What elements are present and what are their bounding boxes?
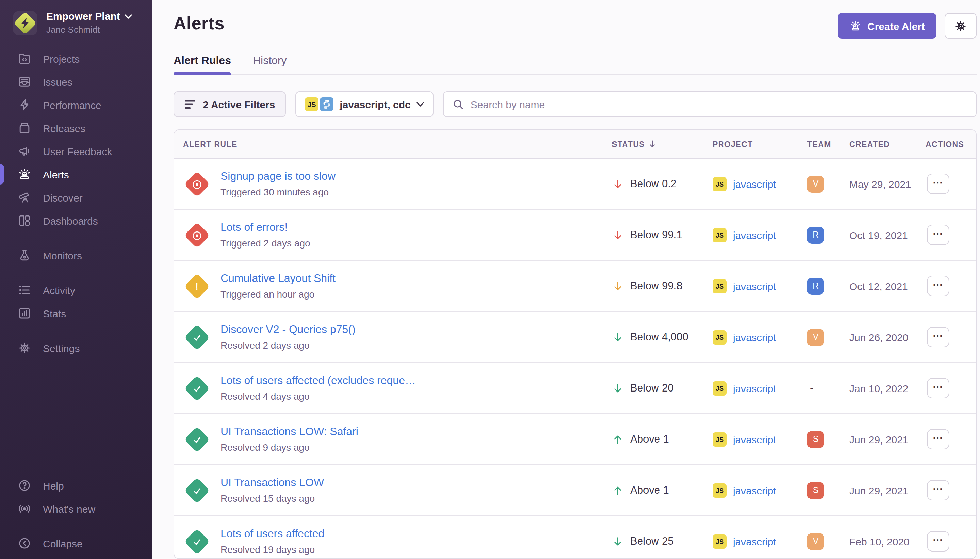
alert-rule-subtext: Resolved 15 days ago	[221, 493, 324, 504]
team-cell: V	[807, 329, 849, 346]
org-logo	[13, 10, 38, 35]
alert-rule-link[interactable]: UI Transactions LOW	[221, 476, 324, 489]
sidebar-item-releases[interactable]: Releases	[0, 116, 152, 140]
sidebar-item-projects[interactable]: Projects	[0, 47, 152, 70]
created-date: Feb 10, 2020	[849, 536, 926, 547]
row-actions-button[interactable]: ⋯	[927, 174, 949, 194]
chevron-down-icon	[417, 102, 424, 107]
sidebar-item-performance[interactable]: Performance	[0, 93, 152, 116]
team-cell: S	[807, 431, 849, 448]
releases-icon	[18, 121, 31, 135]
row-actions-button[interactable]: ⋯	[927, 225, 949, 245]
project-link[interactable]: javascript	[733, 280, 776, 292]
active-filters-button[interactable]: 2 Active Filters	[173, 91, 286, 117]
sidebar-item-label: Projects	[43, 53, 80, 64]
status-value: Below 25	[630, 535, 674, 547]
chevron-down-icon	[125, 14, 132, 19]
sidebar-item-alerts[interactable]: Alerts	[0, 163, 152, 186]
row-actions-button[interactable]: ⋯	[927, 276, 949, 296]
sidebar-item-settings[interactable]: Settings	[0, 336, 152, 359]
status-direction-arrow-icon	[612, 178, 624, 190]
projects-icon	[18, 52, 31, 65]
ellipsis-icon: ⋯	[933, 228, 944, 238]
row-actions-button[interactable]: ⋯	[927, 480, 949, 500]
sidebar-item-discover[interactable]: Discover	[0, 186, 152, 209]
project-link[interactable]: javascript	[733, 178, 776, 190]
tab-alert-rules[interactable]: Alert Rules	[173, 55, 231, 74]
row-actions-button[interactable]: ⋯	[927, 378, 949, 398]
table-row: Discover V2 - Queries p75() Resolved 2 d…	[174, 312, 976, 363]
project-selector[interactable]: JS javascript, cdc	[295, 91, 434, 117]
alert-rule-subtext: Resolved 4 days ago	[221, 391, 416, 402]
alert-status-diamond-icon	[183, 221, 210, 248]
alert-settings-button[interactable]	[945, 13, 977, 39]
alert-status-diamond-icon	[183, 170, 210, 197]
row-actions-button[interactable]: ⋯	[927, 429, 949, 449]
team-avatar: S	[807, 482, 824, 499]
sidebar-item-label: Help	[43, 480, 64, 491]
sidebar-item-collapse[interactable]: Collapse	[0, 532, 152, 555]
sidebar-item-label: What's new	[43, 503, 95, 514]
project-link[interactable]: javascript	[733, 536, 776, 547]
issues-icon	[18, 75, 31, 89]
status-value: Below 20	[630, 382, 674, 394]
tab-history[interactable]: History	[253, 55, 287, 74]
project-link[interactable]: javascript	[733, 229, 776, 241]
team-avatar: V	[807, 329, 824, 346]
team-cell: S	[807, 482, 849, 499]
project-link[interactable]: javascript	[733, 382, 776, 394]
javascript-platform-icon: JS	[713, 432, 727, 446]
project-link[interactable]: javascript	[733, 485, 776, 496]
alert-rule-subtext: Triggered 2 days ago	[221, 238, 310, 248]
filter-bar: 2 Active Filters JS javascript, cdc	[173, 91, 977, 117]
row-actions-button[interactable]: ⋯	[927, 327, 949, 347]
sidebar-item-issues[interactable]: Issues	[0, 70, 152, 93]
sidebar-item-help[interactable]: Help	[0, 474, 152, 497]
whats-new-icon	[18, 502, 31, 515]
alert-status-diamond-icon	[183, 425, 210, 453]
status-direction-arrow-icon	[612, 433, 624, 445]
alert-rule-link[interactable]: Signup page is too slow	[221, 170, 335, 182]
team-avatar: R	[807, 227, 824, 243]
sidebar-item-monitors[interactable]: Monitors	[0, 244, 152, 267]
org-switcher[interactable]: Empower Plant Jane Schmidt	[13, 10, 143, 35]
status-direction-arrow-icon	[612, 331, 624, 343]
status-value: Below 99.8	[630, 280, 682, 292]
sidebar-item-stats[interactable]: Stats	[0, 302, 152, 325]
alert-rule-link[interactable]: Lots of users affected	[221, 528, 324, 540]
team-avatar: V	[807, 533, 824, 550]
performance-icon	[18, 98, 31, 112]
sidebar-item-activity[interactable]: Activity	[0, 278, 152, 302]
column-alert-rule: Alert Rule	[174, 140, 612, 148]
table-row: Lots of users affected Resolved 19 days …	[174, 516, 976, 559]
alert-rule-link[interactable]: Lots of errors!	[221, 221, 310, 233]
created-date: Jan 10, 2022	[849, 382, 926, 394]
column-status[interactable]: Status	[612, 140, 713, 149]
team-cell: V	[807, 533, 849, 550]
sidebar-item-user-feedback[interactable]: User Feedback	[0, 140, 152, 163]
alert-rule-link[interactable]: Lots of users affected (excludes reque…	[221, 374, 416, 387]
status-direction-arrow-icon	[612, 536, 624, 547]
gear-icon	[954, 20, 967, 32]
alert-rule-link[interactable]: UI Transactions LOW: Safari	[221, 425, 358, 438]
alert-status-diamond-icon	[183, 528, 210, 555]
alert-rule-link[interactable]: Cumulative Layout Shift	[221, 272, 335, 284]
search-input[interactable]	[470, 98, 967, 110]
ellipsis-icon: ⋯	[933, 177, 944, 187]
javascript-platform-icon: JS	[713, 228, 727, 242]
sidebar-footer-nav: HelpWhat's newCollapse	[0, 474, 152, 559]
sidebar-item-label: Settings	[43, 342, 80, 354]
project-link[interactable]: javascript	[733, 433, 776, 445]
created-date: Oct 19, 2021	[849, 229, 926, 241]
alert-rule-link[interactable]: Discover V2 - Queries p75()	[221, 323, 356, 336]
create-alert-button[interactable]: Create Alert	[837, 13, 936, 39]
help-icon	[18, 479, 31, 492]
alert-rules-table: Alert Rule Status Project Team Created A…	[173, 129, 977, 559]
alert-status-diamond-icon	[183, 476, 210, 504]
team-cell: R	[807, 227, 849, 243]
sidebar-item-dashboards[interactable]: Dashboards	[0, 209, 152, 232]
sidebar-item-what-s-new[interactable]: What's new	[0, 497, 152, 520]
sidebar-item-label: Discover	[43, 192, 82, 203]
project-link[interactable]: javascript	[733, 331, 776, 343]
row-actions-button[interactable]: ⋯	[927, 531, 949, 551]
